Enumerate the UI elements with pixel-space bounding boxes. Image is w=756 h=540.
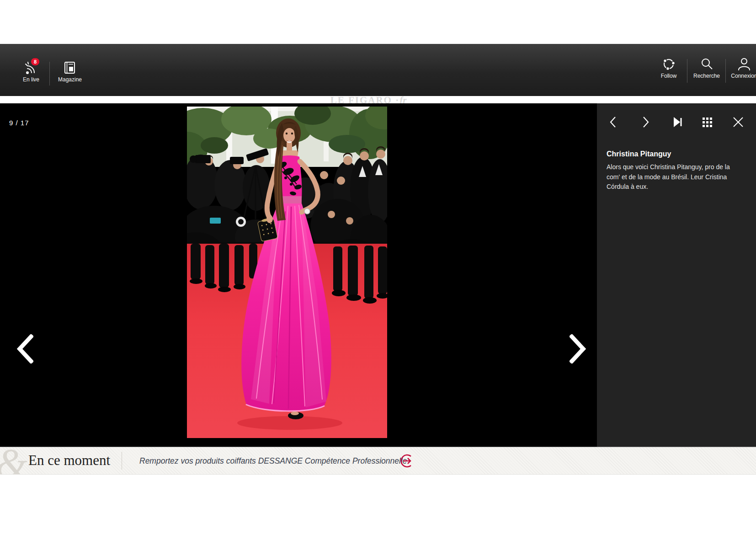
login-button[interactable]: Connexion (728, 57, 756, 79)
search-button[interactable]: Recherche (690, 57, 723, 79)
control-slideshow-play-icon[interactable] (672, 116, 684, 128)
section-title: En ce moment (28, 452, 110, 468)
gallery-controls (597, 112, 756, 133)
promo-bar: & En ce moment Remportez vos produits co… (0, 447, 756, 475)
control-previous-icon[interactable] (607, 116, 619, 128)
previous-slide-arrow[interactable] (17, 334, 33, 364)
promo-arrow-icon[interactable] (399, 453, 414, 469)
search-label: Recherche (690, 73, 723, 79)
magazine-label: Magazine (54, 76, 86, 83)
slide-counter: 9 / 17 (9, 119, 29, 127)
login-label: Connexion (728, 73, 756, 79)
search-icon (690, 57, 723, 71)
slide-title: Christina Pitanguy (607, 150, 744, 158)
follow-network-icon (655, 57, 683, 71)
live-button[interactable]: 8 En live (17, 61, 45, 83)
live-label: En live (17, 76, 45, 83)
live-count-badge: 8 (31, 58, 39, 65)
control-thumbnails-grid-icon[interactable] (701, 116, 713, 128)
page: 8 En live Magazine LE FIGARO ·fr madame (0, 0, 756, 540)
control-next-icon[interactable] (640, 116, 652, 128)
magazine-icon (54, 61, 86, 75)
follow-button[interactable]: Follow (655, 57, 683, 79)
slide-caption: Alors que voici Christina Pitanguy, pro … (607, 162, 744, 192)
follow-label: Follow (655, 73, 683, 79)
control-close-icon[interactable] (732, 116, 744, 128)
site-header: 8 En live Magazine LE FIGARO ·fr madame (0, 44, 756, 96)
caption-sidebar: Christina Pitanguy Alors que voici Chris… (597, 103, 756, 447)
next-slide-arrow[interactable] (570, 334, 586, 364)
promo-link[interactable]: Remportez vos produits coiffants DESSANG… (139, 456, 407, 465)
photo-gallery: 9 / 17 (0, 103, 756, 447)
slide-photo[interactable] (187, 107, 387, 438)
ampersand-glyph: & (0, 447, 27, 475)
header-divider (725, 59, 726, 83)
header-divider (687, 59, 687, 83)
user-icon (728, 57, 756, 71)
promo-divider (122, 452, 122, 470)
magazine-button[interactable]: Magazine (54, 61, 86, 83)
header-divider (49, 62, 50, 86)
